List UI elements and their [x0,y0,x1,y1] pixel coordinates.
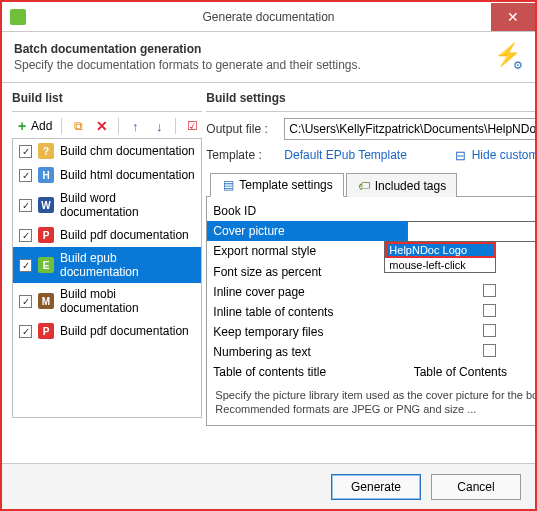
arrow-up-icon: ↑ [128,119,142,133]
included-tags-icon: 🏷 [357,179,371,193]
template-settings-panel: Book ID Cover picture ▾ Export normal st… [206,197,537,426]
template-link[interactable]: Default EPub Template [284,148,407,162]
header-subtitle: Specify the documentation formats to gen… [14,58,523,72]
chm-icon: ? [38,143,54,159]
build-item-checkbox[interactable]: ✓ [19,229,32,242]
dialog-footer: Generate Cancel [2,463,535,509]
keep-temp-checkbox[interactable] [483,324,496,337]
dropdown-option-logo[interactable]: HelpNDoc Logo [385,242,495,258]
move-down-button[interactable]: ↓ [149,118,169,134]
build-list-item[interactable]: ✓PBuild pdf documentation [13,319,201,343]
output-file-label: Output file : [206,122,280,136]
cover-picture-dropdown[interactable]: HelpNDoc Logo mouse-left-click [384,241,496,273]
build-item-checkbox[interactable]: ✓ [19,259,32,272]
delete-icon: ✕ [95,119,109,133]
duplicate-icon: ⧉ [71,119,85,133]
row-inline-cover[interactable]: Inline cover page [207,282,537,302]
build-item-label: Build mobi documentation [60,287,195,315]
header-title: Batch documentation generation [14,42,523,56]
word-icon: W [38,197,54,213]
window-title: Generate documentation [2,10,535,24]
template-label: Template : [206,148,280,162]
build-item-checkbox[interactable]: ✓ [19,295,32,308]
row-numbering[interactable]: Numbering as text [207,342,537,362]
generate-button[interactable]: Generate [331,474,421,500]
duplicate-button[interactable]: ⧉ [68,118,88,134]
row-cover-picture[interactable]: Cover picture ▾ [207,221,537,241]
build-item-label: Build epub documentation [60,251,195,279]
build-item-label: Build pdf documentation [60,228,189,242]
mobi-icon: M [38,293,54,309]
row-book-id[interactable]: Book ID [207,201,537,221]
build-list-item[interactable]: ✓PBuild pdf documentation [13,223,201,247]
move-up-button[interactable]: ↑ [125,118,145,134]
dropdown-option-mouse[interactable]: mouse-left-click [385,258,495,272]
tab-included-tags[interactable]: 🏷 Included tags [346,173,457,197]
cancel-button[interactable]: Cancel [431,474,521,500]
build-list-toolbar: +Add ⧉ ✕ ↑ ↓ ☑ [12,118,202,134]
build-list-item[interactable]: ✓HBuild html documentation [13,163,201,187]
numbering-checkbox[interactable] [483,344,496,357]
gear-icon: ⚙ [513,59,523,72]
template-settings-icon: ▤ [221,178,235,192]
arrow-down-icon: ↓ [152,119,166,133]
check-icon: ☑ [185,119,199,133]
row-toc-title[interactable]: Table of contents titleTable of Contents [207,362,537,382]
hide-customization-link[interactable]: ⊟ Hide customization [454,148,537,162]
plus-icon: + [15,119,29,133]
delete-button[interactable]: ✕ [92,118,112,134]
build-item-label: Build pdf documentation [60,324,189,338]
build-item-label: Build word documentation [60,191,195,219]
inline-toc-checkbox[interactable] [483,304,496,317]
html-icon: H [38,167,54,183]
lightning-icon: ⚡⚙ [494,42,521,68]
build-item-checkbox[interactable]: ✓ [19,199,32,212]
app-icon [10,9,26,25]
build-item-checkbox[interactable]: ✓ [19,325,32,338]
collapse-icon: ⊟ [454,148,468,162]
row-inline-toc[interactable]: Inline table of contents [207,302,537,322]
build-list-title: Build list [12,91,202,105]
check-all-button[interactable]: ☑ [182,118,202,134]
epub-icon: E [38,257,54,273]
build-list[interactable]: ✓?Build chm documentation✓HBuild html do… [12,138,202,418]
build-item-checkbox[interactable]: ✓ [19,145,32,158]
tab-template-settings[interactable]: ▤ Template settings [210,173,343,197]
build-list-item[interactable]: ✓?Build chm documentation [13,139,201,163]
pdf-icon: P [38,227,54,243]
build-item-checkbox[interactable]: ✓ [19,169,32,182]
row-keep-temp[interactable]: Keep temporary files [207,322,537,342]
build-list-item[interactable]: ✓MBuild mobi documentation [13,283,201,319]
header: Batch documentation generation Specify t… [2,32,535,78]
build-settings-title: Build settings [206,91,537,105]
add-button[interactable]: +Add [12,118,55,134]
build-item-label: Build html documentation [60,168,195,182]
build-list-item[interactable]: ✓EBuild epub documentation [13,247,201,283]
title-bar: Generate documentation ✕ [2,2,535,32]
build-list-item[interactable]: ✓WBuild word documentation [13,187,201,223]
inline-cover-checkbox[interactable] [483,284,496,297]
setting-hint: Specify the picture library item used as… [207,382,537,418]
pdf-icon: P [38,323,54,339]
close-button[interactable]: ✕ [491,3,535,31]
tabs: ▤ Template settings 🏷 Included tags [206,170,537,197]
output-file-field[interactable]: C:\Users\KellyFitzpatrick\Documents\Help… [284,118,537,140]
build-item-label: Build chm documentation [60,144,195,158]
settings-grid: Book ID Cover picture ▾ Export normal st… [207,201,537,382]
